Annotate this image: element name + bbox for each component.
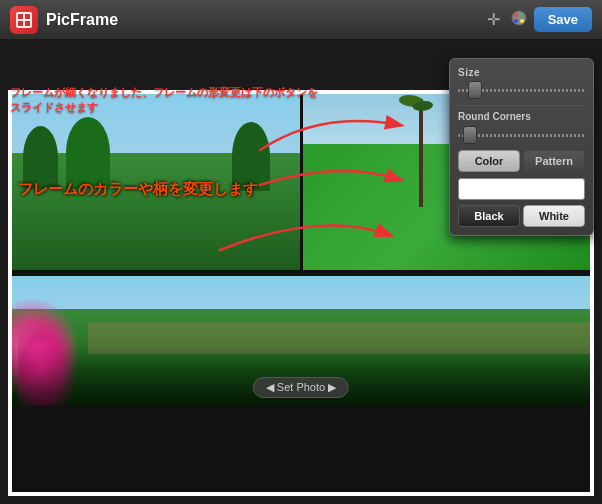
japanese-overlay: フレームのカラーや柄を変更します [18, 180, 258, 199]
size-label: Size [458, 67, 585, 78]
settings-panel: Size Round Corners Color Pattern Black W… [449, 58, 594, 236]
size-slider[interactable] [458, 81, 585, 99]
color-preview [458, 178, 585, 200]
move-icon[interactable]: ✛ [487, 10, 500, 29]
white-color-button[interactable]: White [523, 205, 585, 227]
save-button[interactable]: Save [534, 7, 592, 32]
toolbar-icons: ✛ [487, 9, 528, 31]
svg-rect-1 [18, 14, 23, 19]
svg-point-7 [520, 13, 524, 17]
palette-icon[interactable] [510, 9, 528, 31]
tab-color[interactable]: Color [458, 150, 520, 172]
svg-rect-4 [25, 21, 30, 26]
tab-pattern[interactable]: Pattern [523, 150, 585, 172]
svg-point-5 [512, 11, 526, 25]
color-options: Black White [458, 205, 585, 227]
round-corners-label: Round Corners [458, 111, 585, 122]
svg-point-9 [520, 19, 524, 23]
app-icon [10, 6, 38, 34]
annotation-text: フレームが細くなりました、フレームの形変更は下のボタンを スライドさせます [10, 85, 318, 116]
svg-rect-2 [25, 14, 30, 19]
round-corners-slider[interactable] [458, 126, 585, 144]
bottom-photo[interactable]: ◀ Set Photo ▶ [8, 276, 594, 406]
svg-point-8 [514, 19, 518, 23]
svg-rect-3 [18, 21, 23, 26]
black-color-button[interactable]: Black [458, 205, 520, 227]
color-pattern-tabs: Color Pattern [458, 150, 585, 172]
set-photo-button[interactable]: ◀ Set Photo ▶ [253, 377, 349, 398]
app-title: PicFrame [46, 11, 487, 29]
title-bar: PicFrame ✛ Save [0, 0, 602, 40]
svg-point-6 [514, 13, 518, 17]
main-content: フレームが細くなりました、フレームの形変更は下のボタンを スライドさせます [0, 40, 602, 504]
